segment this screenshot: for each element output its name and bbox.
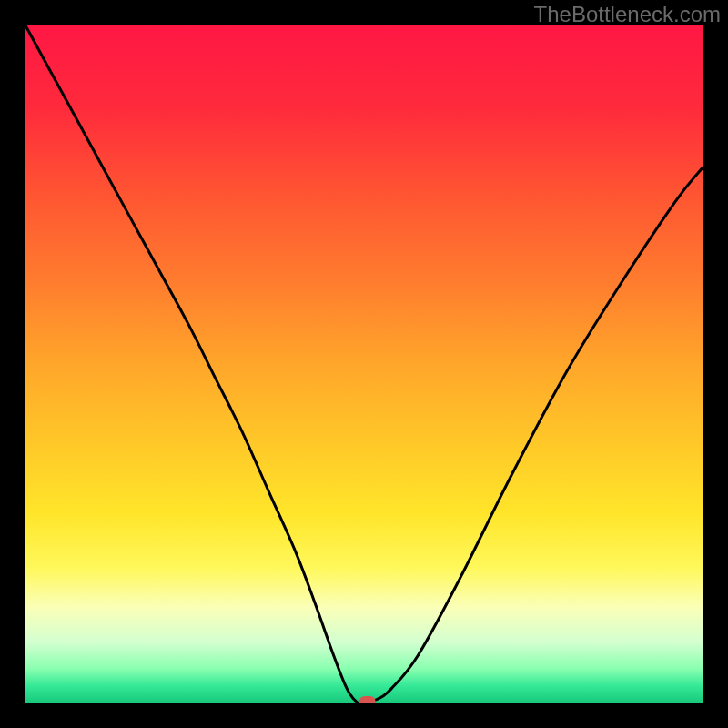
- watermark-label: TheBottleneck.com: [534, 2, 721, 27]
- bottleneck-chart: [0, 0, 728, 728]
- chart-container: TheBottleneck.com: [0, 0, 728, 728]
- gradient-background: [25, 25, 703, 703]
